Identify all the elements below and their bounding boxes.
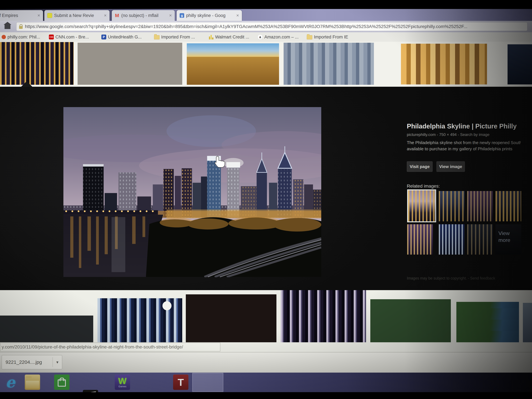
bookmark-label: Imported From ... [161, 35, 195, 40]
result-thumbnail-city-hall[interactable] [187, 43, 279, 85]
file-explorer-icon[interactable] [25, 374, 40, 390]
preview-title: Philadelphia Skyline | Picture Philly [407, 123, 524, 130]
downloaded-file-name: 9221_2204....jpg [2, 359, 52, 365]
bookmark-imported-folder[interactable]: Imported From ... [154, 34, 195, 40]
google-favicon-icon: g [180, 13, 184, 18]
t-app-letter: T [178, 376, 184, 388]
view-more-line1: View [498, 230, 510, 237]
result-thumbnail-day-bridge[interactable] [78, 43, 182, 85]
wildtangent-letter: W [118, 377, 127, 385]
visit-page-button[interactable]: Visit page [407, 161, 433, 172]
download-options-caret-icon[interactable]: ▾ [53, 360, 62, 365]
tab-close-icon[interactable]: × [36, 13, 40, 18]
result-thumbnail-purple-night[interactable] [281, 290, 366, 342]
related-images-label: Related images: [407, 184, 440, 189]
bar-chart-icon [209, 35, 214, 39]
related-image[interactable] [407, 224, 433, 255]
result-thumbnail-moon-night[interactable] [97, 298, 182, 342]
wildtangent-games-icon[interactable]: W Games [115, 374, 130, 390]
home-icon[interactable] [5, 25, 10, 29]
result-thumbnail-amber-skyline[interactable] [401, 44, 487, 84]
bookmark-imported-ie-folder[interactable]: Imported From IE [307, 34, 348, 40]
photographed-screen: of Empires × Submit a New Revie × M (no … [0, 0, 532, 399]
preview-description-line1: The Philadelphia skyline shot from the n… [407, 139, 521, 146]
bookmarks-bar: philly.com: Phil... CNN CNN.com - Bre...… [0, 32, 532, 42]
result-thumbnail-night-skyline[interactable] [0, 42, 74, 85]
bookmark-label: CNN.com - Bre... [55, 35, 89, 40]
cnn-favicon-icon: CNN [49, 35, 54, 39]
preview-meta[interactable]: picturephilly.com - 750 × 494 - Search b… [407, 132, 521, 137]
url-text: https://www.google.com/search?q=philly+s… [25, 24, 468, 29]
related-image[interactable] [467, 191, 493, 221]
related-image[interactable] [467, 224, 493, 255]
bookmark-label: UnitedHealth G... [108, 35, 142, 40]
windows-store-icon[interactable] [54, 374, 70, 390]
tab-close-icon[interactable]: × [103, 13, 107, 18]
tab-label: of Empires [0, 13, 34, 18]
screen-bottom-edge [0, 392, 532, 399]
result-thumbnail-partial[interactable] [507, 44, 532, 84]
result-thumbnail-partial[interactable] [523, 303, 532, 342]
view-image-button[interactable]: View image [437, 161, 465, 172]
view-more-link[interactable]: View more [498, 230, 510, 243]
bookmark-label: philly.com: Phil... [7, 35, 40, 40]
related-image-selected[interactable] [407, 189, 436, 222]
document-favicon-icon [47, 13, 52, 18]
result-thumbnail-river-aerial[interactable] [284, 43, 374, 85]
address-bar[interactable]: https://www.google.com/search?q=philly+s… [16, 22, 527, 31]
tab-close-icon[interactable]: × [235, 13, 239, 18]
folder-icon [154, 35, 159, 39]
related-image[interactable] [495, 191, 521, 221]
related-image[interactable] [439, 224, 464, 255]
folder-icon [307, 35, 312, 39]
downloaded-file-button[interactable]: 9221_2204....jpg ▾ [2, 355, 62, 369]
preview-description-line2: available to purchase in my gallery of P… [407, 146, 521, 152]
preview-pointer-notch [21, 81, 33, 87]
result-thumbnail-day-treeline[interactable] [370, 299, 451, 342]
tab-gmail[interactable]: M (no subject) - mflail × [112, 10, 175, 21]
tab-label: philly skyline - Goog [186, 13, 233, 18]
tab-label: Submit a New Revie [54, 13, 101, 18]
download-shelf: 9221_2204....jpg ▾ [0, 352, 532, 373]
bookmark-label: Imported From IE [314, 35, 348, 40]
browser-toolbar: https://www.google.com/search?q=philly+s… [0, 21, 532, 32]
unitedhealth-favicon-icon: P [101, 35, 106, 39]
shopping-bag-icon [58, 380, 66, 386]
active-app-highlight [192, 373, 223, 392]
preview-image-philadelphia-skyline[interactable] [63, 107, 321, 277]
status-bar-url-tooltip: y.com/2010/11/09/picture-of-the-philadel… [0, 343, 220, 351]
bookmark-walmart[interactable]: Walmart Credit ... [209, 34, 249, 40]
tab-age-of-empires[interactable]: of Empires × [0, 10, 43, 21]
internet-explorer-icon[interactable]: e [3, 374, 18, 390]
tab-philly-skyline-active[interactable]: g philly skyline - Goog × [177, 10, 242, 21]
t-app-icon[interactable]: T [173, 374, 188, 390]
bookmark-label: Amazon.com – ... [264, 35, 299, 40]
windows-taskbar: e W Games T [0, 373, 532, 392]
bookmark-phillycom[interactable]: philly.com: Phil... [2, 34, 40, 40]
image-results-top-row [0, 42, 532, 87]
tab-submit-review[interactable]: Submit a New Revie × [44, 10, 109, 21]
phillycom-favicon-icon [2, 35, 6, 39]
tab-strip: of Empires × Submit a New Revie × M (no … [0, 9, 532, 21]
copyright-notice: Images may be subject to copyright. - Se… [407, 276, 495, 280]
result-thumbnail-panorama[interactable] [0, 316, 93, 342]
tab-label: (no subject) - mflail [121, 13, 166, 18]
gmail-favicon-icon: M [115, 13, 119, 18]
bookmark-cnn[interactable]: CNN CNN.com - Bre... [49, 34, 89, 40]
result-thumbnail-day-river[interactable] [456, 302, 519, 342]
bookmark-amazon[interactable]: a Amazon.com – ... [258, 34, 299, 40]
view-more-line2: more [498, 237, 510, 243]
status-url-text: y.com/2010/11/09/picture-of-the-philadel… [2, 344, 183, 350]
wildtangent-sub-label: Games [119, 385, 126, 388]
ie-letter: e [6, 374, 15, 391]
lock-icon [19, 26, 23, 29]
related-image[interactable] [439, 191, 464, 221]
result-thumbnail-sunset[interactable] [186, 294, 276, 342]
tab-close-icon[interactable]: × [168, 13, 172, 18]
bookmark-label: Walmart Credit ... [215, 35, 249, 40]
bookmark-unitedhealth[interactable]: P UnitedHealth G... [101, 34, 142, 40]
amazon-favicon-icon: a [258, 34, 263, 40]
